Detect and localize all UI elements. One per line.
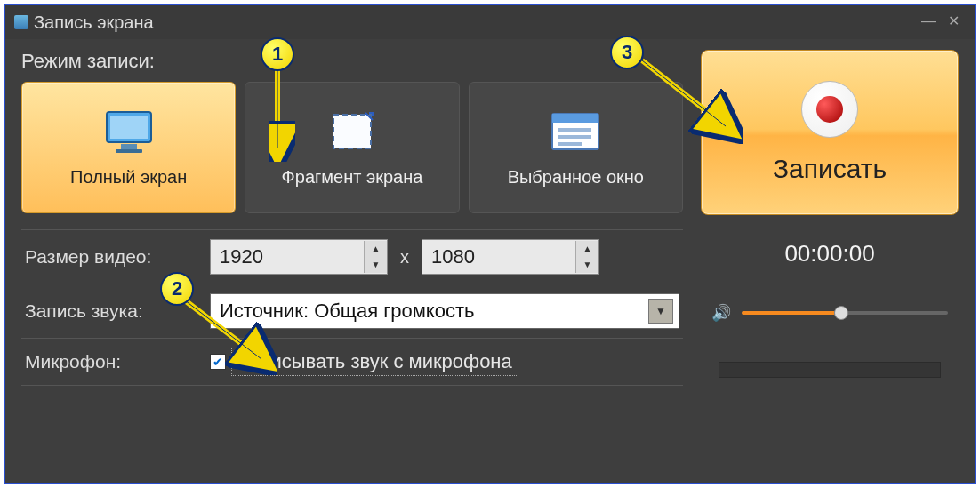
svg-rect-1	[110, 116, 148, 139]
mic-checkbox-label: Записывать звук с микрофона	[231, 348, 518, 376]
app-icon	[14, 15, 28, 29]
svg-rect-3	[116, 149, 142, 153]
callout-3: 3	[610, 36, 644, 69]
callout-1: 1	[261, 37, 294, 71]
height-down-arrow[interactable]: ▼	[576, 257, 598, 273]
audio-row: Запись звука: Источник: Общая громкость …	[21, 284, 683, 338]
width-spinner[interactable]: 1920 ▲ ▼	[210, 239, 388, 275]
mode-label: Режим записи:	[21, 50, 683, 73]
record-icon	[801, 81, 858, 138]
x-separator: x	[395, 247, 414, 268]
volume-row: 🔊	[701, 303, 959, 323]
callout-2: 2	[160, 272, 194, 306]
svg-rect-4	[333, 115, 371, 148]
mic-checkbox[interactable]: ✔	[210, 354, 226, 370]
mic-level-meter	[719, 362, 941, 378]
video-size-row: Размер видео: 1920 ▲ ▼ x 1080 ▲ ▼	[21, 229, 683, 284]
height-spinner[interactable]: 1080 ▲ ▼	[422, 239, 599, 275]
mode-row: Полный экран Фрагмент экрана	[21, 82, 683, 213]
svg-rect-7	[558, 128, 591, 132]
mode-fullscreen-label: Полный экран	[70, 167, 187, 188]
svg-rect-9	[558, 142, 582, 146]
app-window: Запись экрана — ✕ Режим записи: По	[4, 4, 976, 484]
titlebar: Запись экрана — ✕	[5, 5, 975, 39]
width-down-arrow[interactable]: ▼	[365, 257, 387, 273]
svg-rect-6	[552, 114, 598, 123]
video-size-label: Размер видео:	[25, 246, 203, 268]
mode-fragment-label: Фрагмент экрана	[282, 167, 423, 188]
mic-row: Микрофон: ✔ Записывать звук с микрофона	[21, 338, 683, 386]
record-button[interactable]: Записать	[701, 50, 959, 215]
window-title: Запись экрана	[34, 12, 154, 33]
height-up-arrow[interactable]: ▲	[576, 241, 598, 257]
audio-source-dropdown[interactable]: Источник: Общая громкость ▼	[210, 293, 679, 329]
mode-fullscreen-button[interactable]: Полный экран	[21, 82, 236, 213]
mode-fragment-button[interactable]: Фрагмент экрана	[245, 82, 459, 213]
width-up-arrow[interactable]: ▲	[365, 241, 387, 257]
volume-slider[interactable]	[742, 311, 948, 315]
mic-label: Микрофон:	[25, 351, 203, 372]
volume-thumb[interactable]	[834, 306, 848, 320]
timer: 00:00:00	[701, 240, 959, 268]
svg-rect-8	[558, 135, 591, 139]
monitor-icon	[101, 108, 157, 155]
close-button[interactable]: ✕	[941, 13, 966, 31]
record-label: Записать	[773, 154, 887, 184]
speaker-icon: 🔊	[711, 303, 731, 323]
mode-window-label: Выбранное окно	[508, 167, 644, 188]
svg-rect-2	[121, 144, 137, 149]
height-value: 1080	[422, 245, 575, 268]
crop-icon	[325, 108, 380, 155]
audio-source-value: Источник: Общая громкость	[220, 300, 648, 323]
width-value: 1920	[211, 245, 364, 268]
window-icon	[548, 108, 603, 155]
mode-window-button[interactable]: Выбранное окно	[469, 82, 683, 213]
chevron-down-icon[interactable]: ▼	[648, 299, 673, 324]
minimize-button[interactable]: —	[916, 13, 941, 31]
